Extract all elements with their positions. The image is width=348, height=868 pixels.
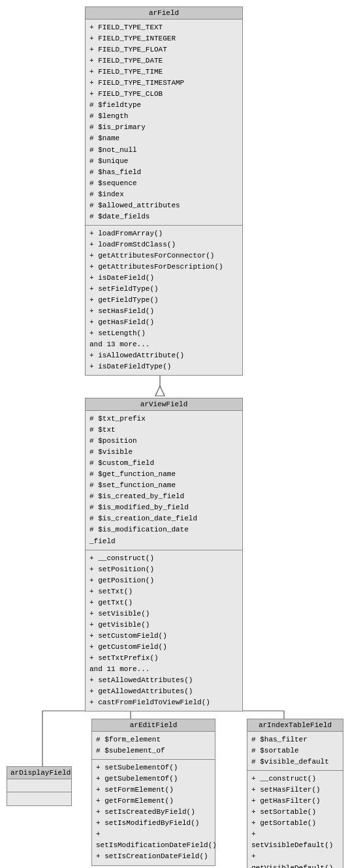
arIndexTableField-method-line: + getHasFilter(): [251, 796, 339, 807]
arViewField-method-line: + castFromFieldToViewField(): [89, 697, 238, 708]
arField-method-line: + isDateField(): [89, 273, 238, 284]
arEditField-box: arEditField # $form_element # $subelemen…: [91, 719, 215, 866]
arViewField-attr-line: # $custom_field: [89, 458, 238, 469]
arEditField-method-line: + getFormElement(): [96, 796, 211, 807]
arField-method-line: and 13 more...: [89, 339, 238, 350]
arIndexTableField-attr-line: # $has_filter: [251, 734, 339, 745]
arViewField-attr-line: # $position: [89, 436, 238, 447]
arViewField-attributes: # $txt_prefix # $txt # $position # $visi…: [86, 411, 242, 550]
arField-attr-line: # $length: [89, 111, 238, 122]
arField-attr-line: # $allowed_attributes: [89, 200, 238, 211]
arViewField-method-line: + setPosition(): [89, 564, 238, 575]
arViewField-attr-line: # $is_creation_date_field: [89, 513, 238, 524]
arField-methods: + loadFromArray() + loadFromStdClass() +…: [86, 226, 242, 376]
arViewField-method-line: and 11 more...: [89, 664, 238, 675]
svg-marker-1: [155, 386, 165, 396]
arField-attr-line: + FIELD_TYPE_DATE: [89, 55, 238, 67]
arIndexTableField-attr-line: # $visible_default: [251, 756, 339, 768]
arViewField-method-line: + getAllowedAttributes(): [89, 686, 238, 697]
arViewField-methods: + __construct() + setPosition() + getPos…: [86, 550, 242, 711]
arField-attr-line: + FIELD_TYPE_TIMESTAMP: [89, 78, 238, 89]
arViewField-attr-line: # $is_modification_date: [89, 524, 238, 535]
arIndexTableField-method-line: + getVisibleDefault(): [251, 851, 339, 868]
arField-attr-line: # $date_fields: [89, 211, 238, 222]
arEditField-method-line: + setIsModificationDateField(): [96, 829, 211, 851]
arField-method-line: + getAttributesForConnector(): [89, 250, 238, 262]
arIndexTableField-method-line: + __construct(): [251, 773, 339, 785]
arViewField-method-line: + __construct(): [89, 553, 238, 564]
arViewField-attr-line: # $is_created_by_field: [89, 491, 238, 502]
arViewField-method-line: + setTxtPrefix(): [89, 653, 238, 664]
arEditField-method-line: + setFormElement(): [96, 785, 211, 796]
arIndexTableField-attributes: # $has_filter # $sortable # $visible_def…: [247, 732, 343, 771]
arField-method-line: + getFieldType(): [89, 295, 238, 306]
arEditField-method-line: + setSubelementOf(): [96, 762, 211, 773]
arIndexTableField-box: arIndexTableField # $has_filter # $sorta…: [247, 719, 343, 868]
arEditField-methods: + setSubelementOf() + getSubelementOf() …: [92, 760, 215, 865]
arField-method-line: + setFieldType(): [89, 284, 238, 295]
arIndexTableField-method-line: + setSortable(): [251, 807, 339, 818]
arEditField-attributes: # $form_element # $subelement_of: [92, 732, 215, 760]
arEditField-attr-line: # $subelement_of: [96, 745, 211, 756]
arField-method-line: + loadFromArray(): [89, 228, 238, 239]
arViewField-method-line: + getVisible(): [89, 620, 238, 631]
arEditField-attr-line: # $form_element: [96, 734, 211, 745]
arField-attr-line: # $name: [89, 133, 238, 144]
arDisplayField-attributes: [7, 779, 71, 792]
arEditField-method-line: + getSubelementOf(): [96, 773, 211, 785]
arField-attr-line: + FIELD_TYPE_TEXT: [89, 22, 238, 33]
arIndexTableField-method-line: + setHasFilter(): [251, 785, 339, 796]
arViewField-attr-line: # $txt_prefix: [89, 413, 238, 425]
arViewField-attr-line: _field: [89, 536, 238, 547]
arField-attr-line: + FIELD_TYPE_TIME: [89, 67, 238, 78]
arField-attr-line: + FIELD_TYPE_FLOAT: [89, 44, 238, 55]
arField-attr-line: # $is_primary: [89, 122, 238, 133]
arViewField-method-line: + getCustomField(): [89, 642, 238, 653]
arField-attr-line: + FIELD_TYPE_INTEGER: [89, 33, 238, 44]
arField-attr-line: # $sequence: [89, 178, 238, 189]
arField-attr-line: # $fieldtype: [89, 100, 238, 111]
arField-title: arField: [86, 7, 242, 20]
arIndexTableField-method-line: + getSortable(): [251, 818, 339, 829]
arViewField-method-line: + getPosition(): [89, 575, 238, 586]
arViewField-method-line: + setAllowedAttributes(): [89, 675, 238, 686]
arEditField-method-line: + setIsCreationDateField(): [96, 851, 211, 862]
arIndexTableField-attr-line: # $sortable: [251, 745, 339, 756]
arField-attributes: + FIELD_TYPE_TEXT + FIELD_TYPE_INTEGER +…: [86, 20, 242, 226]
arViewField-title: arViewField: [86, 398, 242, 411]
arDisplayField-box: arDisplayField: [7, 766, 72, 806]
arField-attr-line: # $has_field: [89, 167, 238, 178]
arViewField-method-line: + setTxt(): [89, 586, 238, 597]
arEditField-method-line: + setIsCreatedByField(): [96, 807, 211, 818]
arField-box: arField + FIELD_TYPE_TEXT + FIELD_TYPE_I…: [85, 7, 243, 376]
arField-attr-line: # $not_null: [89, 145, 238, 156]
arField-method-line: + isAllowedAttribute(): [89, 350, 238, 361]
arViewField-attr-line: # $get_function_name: [89, 469, 238, 480]
arField-method-line: + getHasField(): [89, 317, 238, 328]
arDisplayField-methods: [7, 792, 71, 805]
arField-method-line: + setLength(): [89, 328, 238, 339]
arViewField-method-line: + getTxt(): [89, 597, 238, 608]
arIndexTableField-methods: + __construct() + setHasFilter() + getHa…: [247, 771, 343, 868]
arEditField-title: arEditField: [92, 719, 215, 732]
arViewField-attr-line: # $is_modified_by_field: [89, 502, 238, 513]
arIndexTableField-title: arIndexTableField: [247, 719, 343, 732]
arViewField-attr-line: # $txt: [89, 425, 238, 436]
arField-attr-line: # $unique: [89, 156, 238, 167]
arField-attr-line: # $index: [89, 189, 238, 200]
arField-attr-line: + FIELD_TYPE_CLOB: [89, 89, 238, 100]
diagram-container: arField + FIELD_TYPE_TEXT + FIELD_TYPE_I…: [0, 0, 348, 868]
arViewField-attr-line: # $visible: [89, 447, 238, 458]
arViewField-attr-line: # $set_function_name: [89, 480, 238, 491]
arIndexTableField-method-line: + setVisibleDefault(): [251, 829, 339, 851]
arEditField-method-line: + setIsModifiedByField(): [96, 818, 211, 829]
arViewField-box: arViewField # $txt_prefix # $txt # $posi…: [85, 398, 243, 711]
arField-method-line: + isDateFieldType(): [89, 361, 238, 372]
arViewField-method-line: + setCustomField(): [89, 631, 238, 642]
arField-method-line: + loadFromStdClass(): [89, 239, 238, 250]
arField-method-line: + getAttributesForDescription(): [89, 262, 238, 273]
arDisplayField-title: arDisplayField: [7, 767, 71, 779]
arViewField-method-line: + setVisible(): [89, 608, 238, 620]
arField-method-line: + setHasField(): [89, 306, 238, 317]
